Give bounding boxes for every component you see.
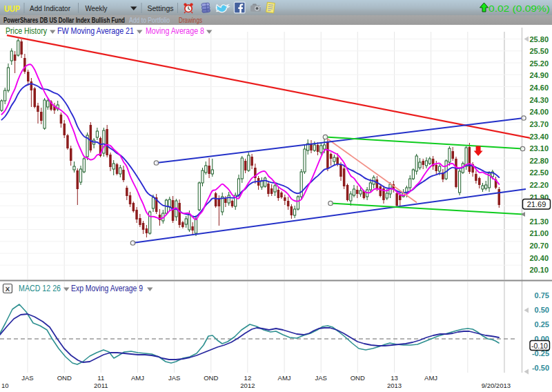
svg-text:Drawings: Drawings — [179, 16, 202, 24]
svg-text:-0.10: -0.10 — [531, 342, 548, 350]
svg-text:JAS: JAS — [168, 374, 180, 382]
svg-text:23.10: 23.10 — [529, 144, 549, 153]
svg-text:25.20: 25.20 — [529, 59, 549, 68]
svg-text:21.30: 21.30 — [529, 217, 549, 226]
svg-text:21.69: 21.69 — [527, 200, 546, 208]
svg-text:9/20/2013: 9/20/2013 — [482, 382, 511, 389]
svg-text:11: 11 — [97, 374, 104, 382]
svg-text:2012: 2012 — [240, 382, 255, 389]
svg-text:Weekly: Weekly — [86, 4, 108, 12]
svg-text:X: X — [6, 285, 10, 293]
svg-text:FW Moving Average 21: FW Moving Average 21 — [57, 26, 134, 36]
svg-text:AMJ: AMJ — [424, 374, 437, 382]
svg-text:AMJ: AMJ — [131, 374, 144, 382]
svg-text:13: 13 — [391, 374, 398, 382]
svg-text:0.25: 0.25 — [535, 320, 549, 329]
svg-text:23.70: 23.70 — [529, 120, 549, 128]
svg-text:Price History: Price History — [6, 26, 47, 36]
svg-text:Settings: Settings — [148, 4, 174, 12]
svg-text:21.00: 21.00 — [529, 229, 549, 237]
svg-text:AMJ: AMJ — [278, 374, 291, 382]
svg-text:OND: OND — [351, 374, 365, 382]
svg-text:2011: 2011 — [94, 382, 108, 389]
svg-text:24.60: 24.60 — [529, 84, 549, 92]
svg-text:0.75: 0.75 — [535, 291, 549, 300]
svg-text:JAS: JAS — [21, 374, 33, 382]
svg-text:24.90: 24.90 — [529, 71, 549, 79]
svg-text:UUP: UUP — [4, 4, 20, 14]
svg-text:Moving Average 8: Moving Average 8 — [146, 26, 204, 36]
svg-text:20.40: 20.40 — [529, 254, 549, 262]
svg-text:10: 10 — [1, 382, 9, 389]
svg-text:24.00: 24.00 — [529, 108, 549, 116]
svg-text:JAS: JAS — [315, 374, 326, 382]
svg-text:24.30: 24.30 — [529, 96, 549, 104]
svg-text:22.80: 22.80 — [529, 157, 549, 165]
svg-text:MACD 12 26: MACD 12 26 — [19, 284, 61, 293]
svg-text:0.02 (0.09%): 0.02 (0.09%) — [489, 4, 550, 14]
svg-text:2013: 2013 — [387, 382, 402, 389]
svg-text:25.80: 25.80 — [529, 35, 549, 43]
svg-text:Exp Moving Average 9: Exp Moving Average 9 — [71, 284, 143, 293]
svg-text:OND: OND — [204, 374, 218, 382]
svg-text:PowerShares DB US Dollar Index: PowerShares DB US Dollar Index Bullish F… — [3, 16, 125, 24]
svg-text:0.50: 0.50 — [535, 306, 549, 314]
svg-text:22.20: 22.20 — [529, 181, 549, 189]
svg-text:23.40: 23.40 — [529, 133, 549, 141]
svg-text:12: 12 — [244, 374, 252, 382]
svg-text:Add Indicator: Add Indicator — [30, 4, 70, 12]
svg-text:20.70: 20.70 — [529, 242, 549, 250]
svg-text:20.10: 20.10 — [529, 266, 549, 274]
svg-text:Add to Portfolio: Add to Portfolio — [129, 16, 170, 24]
svg-text:OND: OND — [57, 374, 72, 382]
svg-text:22.50: 22.50 — [529, 168, 549, 177]
svg-text:25.50: 25.50 — [529, 47, 549, 55]
svg-text:-0.50: -0.50 — [532, 364, 549, 372]
